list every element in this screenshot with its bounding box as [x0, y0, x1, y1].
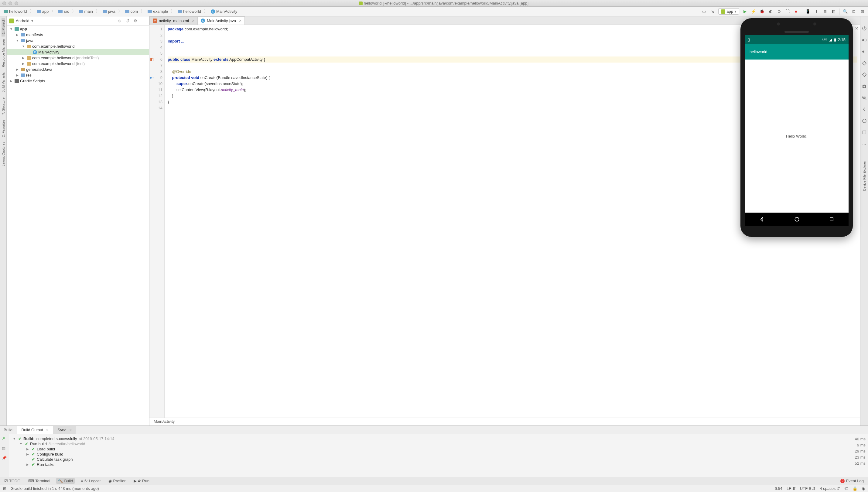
close-icon[interactable]: ×: [69, 427, 72, 433]
breadcrumb-item[interactable]: com: [123, 8, 140, 14]
lock-icon[interactable]: 🔒: [852, 486, 858, 491]
sdk-manager-icon[interactable]: ⬇: [813, 7, 820, 16]
build-row[interactable]: ▶✔Run tasks: [12, 462, 847, 467]
tree-twisty[interactable]: ▶: [21, 62, 26, 65]
close-dot[interactable]: [2, 1, 6, 5]
tree-row[interactable]: ▼java: [7, 38, 149, 44]
toggle-view-icon[interactable]: ▤: [2, 446, 7, 451]
pin-icon[interactable]: 📌: [2, 456, 7, 461]
volume-up-icon[interactable]: [861, 37, 867, 43]
tree-row[interactable]: ▼com.example.helloworld: [7, 44, 149, 49]
overview-icon[interactable]: [861, 129, 867, 136]
tree-twisty[interactable]: ▶: [26, 447, 30, 451]
memory-icon[interactable]: ◉: [862, 486, 865, 491]
toolwindow-button[interactable]: Build Variants: [1, 70, 5, 95]
breadcrumb-item[interactable]: helloworld: [2, 8, 29, 14]
tree-twisty[interactable]: ▼: [12, 437, 17, 440]
search-icon[interactable]: 🔍: [841, 7, 849, 16]
close-icon[interactable]: ×: [192, 18, 194, 23]
minimize-dot[interactable]: [8, 1, 12, 5]
rotate-right-icon[interactable]: [861, 72, 867, 78]
tree-twisty[interactable]: ▼: [21, 45, 26, 48]
hide-icon[interactable]: —: [140, 18, 147, 24]
tree-row[interactable]: ▶res: [7, 72, 149, 78]
rotate-left-icon[interactable]: [861, 60, 867, 66]
stop-icon[interactable]: ■: [792, 7, 800, 16]
power-icon[interactable]: [861, 25, 867, 31]
tree-row[interactable]: ▶generatedJava: [7, 67, 149, 72]
close-icon[interactable]: ×: [239, 18, 242, 23]
file-encoding[interactable]: UTF-8 ⇵: [800, 486, 815, 491]
collapse-icon[interactable]: ⇵: [124, 18, 131, 24]
breadcrumb-item[interactable]: CMainActivity: [209, 8, 239, 14]
editor-breadcrumb[interactable]: MainActivity: [149, 418, 860, 425]
volume-down-icon[interactable]: [861, 49, 867, 55]
nav-back-icon[interactable]: [759, 216, 765, 222]
debug-icon[interactable]: 🐞: [758, 7, 766, 16]
nav-home-icon[interactable]: [794, 216, 800, 222]
back-icon[interactable]: [861, 106, 867, 113]
run-config-dropdown[interactable]: app ▾: [718, 8, 739, 15]
zoom-dot[interactable]: [15, 1, 18, 5]
toolwindow-button[interactable]: Layout Captures: [1, 140, 5, 169]
rerun-icon[interactable]: ↗: [2, 436, 7, 442]
breadcrumb-item[interactable]: example: [146, 8, 170, 14]
event-log-button[interactable]: 2Event Log: [839, 478, 866, 484]
layout-inspector-icon[interactable]: ⊞: [821, 7, 829, 16]
build-row[interactable]: ▼✔Run build /Users/fkn/helloworld: [12, 441, 847, 446]
build-row[interactable]: ▼✔Build: completed successfully at 2019-…: [12, 436, 847, 441]
toolwindow-button[interactable]: ☑TODO: [2, 478, 22, 484]
tree-row[interactable]: ▶com.example.helloworld (androidTest): [7, 55, 149, 61]
tree-twisty[interactable]: ▼: [9, 27, 14, 31]
editor-tab[interactable]: CMainActivity.java×: [197, 17, 245, 25]
window-controls[interactable]: [2, 1, 18, 5]
target-icon[interactable]: ⊕: [116, 18, 123, 24]
emulator-device[interactable]: ▯ LTE ◢ ▮ 2:15 helloworld Hello World!: [740, 18, 853, 237]
tree-twisty[interactable]: ▼: [19, 442, 23, 445]
breadcrumb-item[interactable]: java: [101, 8, 117, 14]
tree-twisty[interactable]: ▶: [15, 74, 20, 77]
tree-twisty[interactable]: ▶: [26, 452, 30, 456]
tree-row[interactable]: ▼app: [7, 26, 149, 32]
device-select-icon[interactable]: ▭: [700, 7, 708, 16]
gear-icon[interactable]: ⚙: [132, 18, 139, 24]
resource-manager-icon[interactable]: ◧: [829, 7, 837, 16]
tree-twisty[interactable]: ▶: [15, 33, 20, 36]
breadcrumb-item[interactable]: app: [35, 8, 51, 14]
toolwindow-button[interactable]: 1: Project: [1, 18, 5, 36]
cursor-position[interactable]: 6:54: [775, 486, 783, 491]
build-tab[interactable]: Build Output×: [17, 426, 53, 434]
close-icon[interactable]: ✕: [855, 26, 858, 31]
camera-icon[interactable]: [861, 83, 867, 89]
run-icon[interactable]: ▶: [741, 7, 749, 16]
profile-icon[interactable]: ◐: [767, 7, 774, 16]
emulator-screen[interactable]: ▯ LTE ◢ ▮ 2:15 helloworld Hello World!: [745, 35, 848, 226]
toolwindow-button[interactable]: Resource Manager: [1, 36, 5, 70]
right-strip-label[interactable]: Device File Explorer: [863, 158, 866, 193]
build-row[interactable]: ▶✔Configure build: [12, 451, 847, 457]
attach-debugger-icon[interactable]: ⊙: [775, 7, 783, 16]
build-row[interactable]: ▶✔Load build: [12, 446, 847, 451]
breadcrumb-item[interactable]: main: [77, 8, 95, 14]
more-icon[interactable]: ⋯: [861, 141, 867, 147]
context-icon[interactable]: 🏷: [844, 486, 848, 491]
toolwindow-button[interactable]: ≡6: Logcat: [79, 478, 102, 484]
chevron-down-icon[interactable]: ▾: [31, 19, 33, 23]
tree-twisty[interactable]: ▼: [15, 39, 20, 42]
home-icon[interactable]: [861, 118, 867, 124]
toolwindow-button[interactable]: ◉Profiler: [107, 478, 127, 484]
help-icon[interactable]: ⊟: [858, 7, 866, 16]
tree-row[interactable]: ▶manifests: [7, 32, 149, 38]
build-row[interactable]: ✔Calculate task graph: [12, 457, 847, 462]
project-tree[interactable]: ▼app▶manifests▼java▼com.example.hellowor…: [7, 25, 149, 425]
sync-icon[interactable]: ↘: [709, 7, 716, 16]
tree-twisty[interactable]: ▶: [15, 68, 20, 71]
tree-row[interactable]: ▶com.example.helloworld (test): [7, 61, 149, 67]
toolwindow-button[interactable]: 🔨Build: [56, 478, 75, 484]
breadcrumb-item[interactable]: helloworld: [176, 8, 203, 14]
close-icon[interactable]: ×: [46, 427, 49, 433]
build-tree[interactable]: ▼✔Build: completed successfully at 2019-…: [9, 434, 850, 477]
toolwindow-button[interactable]: ⌨Terminal: [26, 478, 52, 484]
toolwindow-button[interactable]: 7: Structure: [1, 95, 5, 117]
project-view-label[interactable]: Android: [16, 19, 29, 23]
